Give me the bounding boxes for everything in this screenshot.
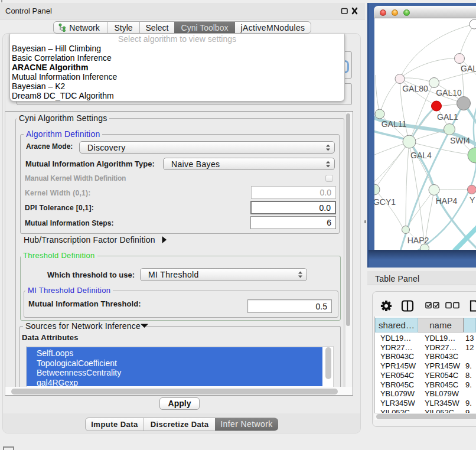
svg-text:SWI4: SWI4: [450, 136, 470, 145]
svg-text:GAL10: GAL10: [436, 88, 462, 97]
svg-text:GAL7: GAL7: [461, 64, 476, 73]
svg-text:GAL11: GAL11: [382, 119, 407, 129]
svg-text:GAL4: GAL4: [410, 151, 432, 160]
svg-text:GAL1: GAL1: [437, 112, 458, 122]
svg-text:GCY1: GCY1: [374, 197, 396, 207]
svg-text:Y: Y: [470, 195, 475, 205]
svg-text:HAP4: HAP4: [436, 196, 458, 206]
svg-text:GAL80: GAL80: [402, 84, 428, 93]
svg-text:HAP2: HAP2: [407, 236, 429, 245]
